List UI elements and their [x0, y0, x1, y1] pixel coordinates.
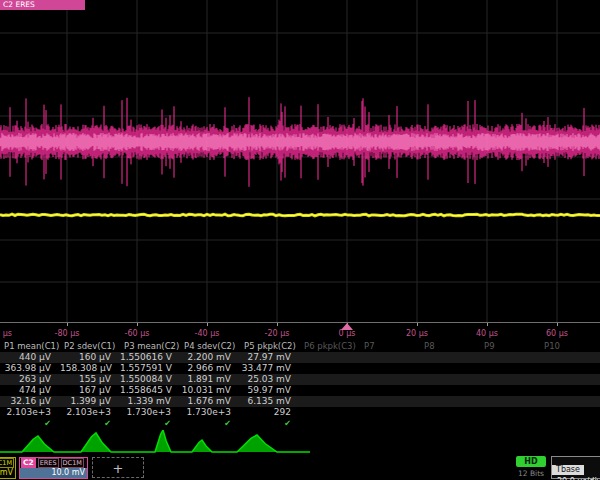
measure-value-cell: 1.891 mV: [180, 374, 240, 385]
measure-value-cell: 27.97 mV: [240, 352, 300, 363]
measure-value-cell: [360, 352, 420, 363]
measure-value-cell: 1.399 µV: [60, 396, 120, 407]
measure-value-cell: 158.308 µV: [60, 363, 120, 374]
measure-value-cell: [360, 407, 420, 418]
measure-value-cell: 1.557591 V: [120, 363, 180, 374]
measure-status-check: ✔: [0, 418, 60, 429]
time-axis-label: 60 µs: [546, 329, 568, 338]
waveform-layer: [0, 0, 600, 322]
measure-value-cell: [420, 363, 480, 374]
measure-value-cell: 2.966 mV: [180, 363, 240, 374]
measure-value-cell: 25.03 mV: [240, 374, 300, 385]
time-axis-label: 20 µs: [406, 329, 428, 338]
measure-value-cell: [360, 374, 420, 385]
measure-column-header[interactable]: P3 mean(C2): [120, 340, 180, 352]
measurement-histogram: [0, 430, 600, 456]
measure-status-check: [480, 418, 540, 429]
measure-column-header[interactable]: P9: [480, 340, 540, 352]
measure-column-header[interactable]: P7: [360, 340, 420, 352]
measure-value-cell: 32.16 µV: [0, 396, 60, 407]
axis-tick: [207, 323, 208, 326]
measure-value-cell: [300, 407, 360, 418]
time-axis-label: -20 µs: [265, 329, 290, 338]
measure-stat-row: 474 µV167 µV1.558645 V10.031 mV59.97 mV: [0, 385, 600, 396]
measure-value-cell: 363.98 µV: [0, 363, 60, 374]
measure-value-cell: [540, 407, 600, 418]
measure-value-cell: 2.103e+3: [60, 407, 120, 418]
measure-value-cell: 2.200 mV: [180, 352, 240, 363]
c2-eres-tag: ERES: [38, 458, 59, 468]
measure-value-cell: [480, 396, 540, 407]
measure-status-check: [300, 418, 360, 429]
measure-value-cell: 1.730e+3: [180, 407, 240, 418]
measure-value-cell: [480, 385, 540, 396]
channel-c2-descriptor[interactable]: C2 ERES DC1M 10.0 mV: [19, 457, 88, 479]
trigger-position-marker[interactable]: [341, 323, 353, 330]
measure-value-cell: [360, 396, 420, 407]
timebase-descriptor[interactable]: Tbase 20.0 µs/div: [551, 456, 600, 479]
measure-value-cell: 1.339 mV: [120, 396, 180, 407]
measure-value-cell: [420, 352, 480, 363]
c2-channel-badge: C2: [21, 458, 36, 468]
measure-value-cell: [360, 363, 420, 374]
c1-descriptor-tags: DC1M: [0, 458, 15, 468]
axis-tick: [417, 323, 418, 326]
c1-scale-value: 10.0 mV: [0, 468, 15, 478]
time-axis: -100 µs-80 µs-60 µs-40 µs-20 µs0 µs20 µs…: [0, 322, 600, 340]
measure-stat-row: 32.16 µV1.399 µV1.339 mV1.676 mV6.135 mV: [0, 396, 600, 407]
measure-value-cell: 2.103e+3: [0, 407, 60, 418]
time-axis-label: -60 µs: [125, 329, 150, 338]
measure-value-cell: [480, 352, 540, 363]
axis-tick: [137, 323, 138, 326]
measure-status-check: [360, 418, 420, 429]
measure-value-cell: 33.477 mV: [240, 363, 300, 374]
measure-column-header[interactable]: P2 sdev(C1): [60, 340, 120, 352]
hd-bits-label: 12 Bits: [510, 469, 552, 478]
waveform-plot-area: C2 ERES: [0, 0, 600, 322]
measure-value-cell: [300, 374, 360, 385]
measure-stat-row: 263 µV155 µV1.550084 V1.891 mV25.03 mV: [0, 374, 600, 385]
measure-status-check: ✔: [120, 418, 180, 429]
measure-value-cell: 160 µV: [60, 352, 120, 363]
measure-value-cell: 167 µV: [60, 385, 120, 396]
measure-status-row: ✔✔✔✔✔: [0, 418, 600, 429]
measure-value-cell: 292: [240, 407, 300, 418]
tbase-scale-value: 20.0 µs/div: [552, 476, 600, 480]
measure-value-cell: [540, 363, 600, 374]
channel-c1-descriptor[interactable]: DC1M 10.0 mV: [0, 457, 16, 479]
measure-value-cell: [300, 363, 360, 374]
time-axis-label: -100 µs: [0, 329, 12, 338]
measure-column-header[interactable]: P4 sdev(C2): [180, 340, 240, 352]
measure-value-cell: 474 µV: [0, 385, 60, 396]
measure-column-header[interactable]: P1 mean(C1): [0, 340, 60, 352]
measure-column-header[interactable]: P6 pkpk(C3): [300, 340, 360, 352]
measure-value-cell: 155 µV: [60, 374, 120, 385]
measure-value-cell: 1.558645 V: [120, 385, 180, 396]
c2-coupling-tag: DC1M: [61, 458, 84, 468]
measure-stat-row: 2.103e+32.103e+31.730e+31.730e+3292: [0, 407, 600, 418]
measure-status-check: ✔: [180, 418, 240, 429]
hd-mode-badge[interactable]: HD: [516, 456, 546, 467]
measure-column-header[interactable]: P5 pkpk(C2): [240, 340, 300, 352]
measure-header-row: P1 mean(C1)P2 sdev(C1)P3 mean(C2)P4 sdev…: [0, 340, 600, 352]
measure-status-check: [540, 418, 600, 429]
add-trace-button[interactable]: +: [92, 457, 144, 478]
measure-value-cell: [540, 385, 600, 396]
time-axis-label: -80 µs: [55, 329, 80, 338]
measure-column-header[interactable]: P10: [540, 340, 600, 352]
measure-value-cell: 59.97 mV: [240, 385, 300, 396]
measure-value-cell: [540, 396, 600, 407]
measure-value-cell: 1.550616 V: [120, 352, 180, 363]
measure-value-cell: [540, 374, 600, 385]
measure-value-cell: [540, 352, 600, 363]
measure-status-check: ✔: [60, 418, 120, 429]
measure-value-cell: [420, 374, 480, 385]
measure-column-header[interactable]: P8: [420, 340, 480, 352]
time-axis-label: -40 µs: [195, 329, 220, 338]
c2-scale-value: 10.0 mV: [20, 468, 87, 478]
time-axis-label: 0 µs: [339, 329, 356, 338]
measure-value-cell: 1.676 mV: [180, 396, 240, 407]
tbase-label: Tbase: [552, 465, 584, 475]
measure-value-cell: [420, 385, 480, 396]
measure-value-cell: 1.730e+3: [120, 407, 180, 418]
